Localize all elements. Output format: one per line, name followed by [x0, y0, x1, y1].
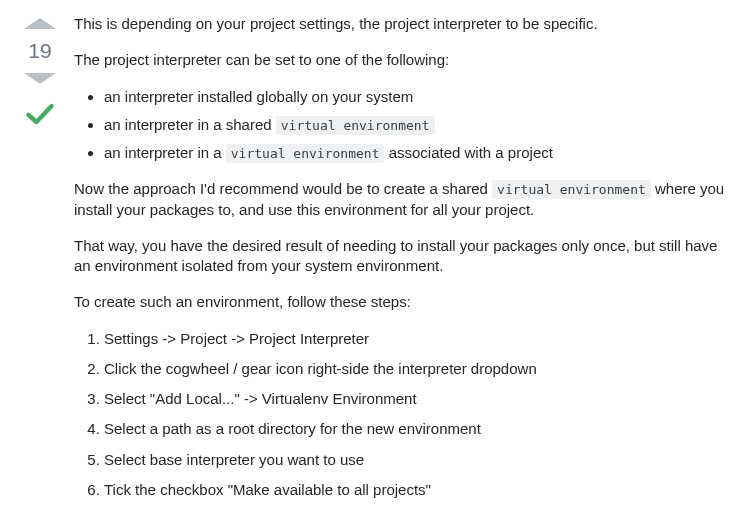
list-item: Settings -> Project -> Project Interpret…: [104, 329, 726, 349]
paragraph: That way, you have the desired result of…: [74, 236, 726, 277]
list-item: an interpreter installed globally on you…: [104, 87, 726, 107]
upvote-icon[interactable]: [24, 18, 56, 29]
answer-body: This is depending on your project settin…: [74, 12, 726, 506]
bullet-list: an interpreter installed globally on you…: [74, 87, 726, 164]
text: an interpreter in a shared: [104, 116, 276, 133]
list-item: an interpreter in a shared virtual envir…: [104, 115, 726, 135]
vote-column: 19: [18, 12, 62, 130]
list-item: an interpreter in a virtual environment …: [104, 143, 726, 163]
downvote-icon[interactable]: [24, 73, 56, 84]
text: an interpreter in a: [104, 144, 226, 161]
text: Now the approach I'd recommend would be …: [74, 180, 492, 197]
code-inline: virtual environment: [226, 144, 385, 163]
list-item: Click the cogwheel / gear icon right-sid…: [104, 359, 726, 379]
paragraph: To create such an environment, follow th…: [74, 292, 726, 312]
list-item: Tick the checkbox "Make available to all…: [104, 480, 726, 500]
answer: 19 This is depending on your project set…: [18, 12, 726, 506]
list-item: Select "Add Local..." -> Virtualenv Envi…: [104, 389, 726, 409]
paragraph: This is depending on your project settin…: [74, 14, 726, 34]
code-inline: virtual environment: [276, 116, 435, 135]
accepted-check-icon[interactable]: [24, 98, 56, 130]
text: associated with a project: [384, 144, 552, 161]
vote-count: 19: [28, 39, 51, 63]
code-inline: virtual environment: [492, 180, 651, 199]
list-item: Select a path as a root directory for th…: [104, 419, 726, 439]
numbered-list: Settings -> Project -> Project Interpret…: [74, 329, 726, 507]
paragraph: The project interpreter can be set to on…: [74, 50, 726, 70]
list-item: Select base interpreter you want to use: [104, 450, 726, 470]
paragraph: Now the approach I'd recommend would be …: [74, 179, 726, 220]
